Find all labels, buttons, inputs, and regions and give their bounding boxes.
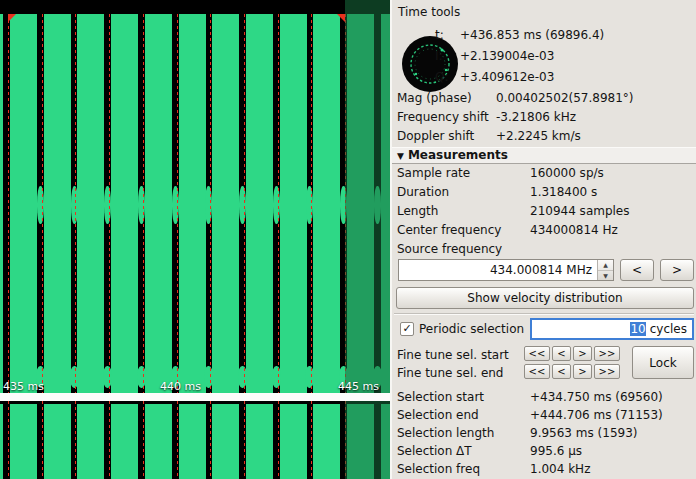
measurement-row: Sample rate160000 sp/s bbox=[392, 166, 696, 182]
selection-info-row: Selection freq1.004 kHz bbox=[392, 462, 696, 478]
measurement-label: Source frequency bbox=[397, 242, 502, 256]
selection-info-row: Selection ΔT995.6 µs bbox=[392, 444, 696, 460]
low-amplitude-blob bbox=[37, 186, 44, 224]
checkbox-check-icon: ✓ bbox=[401, 323, 413, 335]
plot-splitter-handle[interactable] bbox=[0, 393, 390, 401]
selection-tint-overlay bbox=[345, 401, 390, 479]
measurement-row: Length210944 samples bbox=[392, 204, 696, 220]
periodic-selection-label: Periodic selection bbox=[419, 322, 524, 336]
signal-burst bbox=[280, 404, 307, 479]
measurement-value: 1.318400 s bbox=[530, 185, 597, 199]
selection-info-value: +434.750 ms (69560) bbox=[530, 390, 663, 404]
spin-up-button[interactable]: ▲ bbox=[598, 260, 613, 271]
low-amplitude-blob bbox=[103, 366, 112, 388]
fine-tune-start-forward-button[interactable]: > bbox=[573, 346, 592, 361]
low-amplitude-blob bbox=[239, 186, 246, 224]
time-tools-panel: Time tools t:+436.853 ms (69896.4)I:+2.1… bbox=[390, 0, 696, 479]
low-amplitude-blob bbox=[138, 186, 145, 224]
measurement-value: 210944 samples bbox=[530, 204, 630, 218]
low-amplitude-blob bbox=[70, 366, 79, 388]
frequency-value: 434.000814 MHz bbox=[399, 263, 597, 277]
signal-burst bbox=[44, 404, 71, 479]
amplitude-plot[interactable]: 435 ms440 ms445 ms bbox=[0, 0, 390, 393]
selection-info-label: Selection freq bbox=[397, 462, 480, 476]
signal-burst bbox=[313, 404, 340, 479]
iq-readout-value: +2.139004e-03 bbox=[460, 49, 554, 63]
fine-tune-end-fast-back-button[interactable]: << bbox=[524, 364, 550, 379]
selection-boundary-line bbox=[210, 14, 211, 393]
selection-info-value: 995.6 µs bbox=[530, 444, 582, 458]
signal-burst bbox=[246, 404, 273, 479]
signal-burst bbox=[145, 404, 172, 479]
signal-info-value: +2.2245 km/s bbox=[496, 129, 581, 143]
low-amplitude-blob bbox=[71, 186, 78, 224]
measurement-label: Duration bbox=[397, 185, 449, 199]
secondary-plot[interactable] bbox=[0, 401, 390, 479]
fine-tune-end-buttons: <<<>>> bbox=[524, 364, 620, 379]
fine-tune-end-forward-button[interactable]: > bbox=[573, 364, 592, 379]
selection-boundary-line bbox=[244, 401, 245, 479]
signal-info-row: Frequency shift-3.21806 kHz bbox=[392, 110, 696, 126]
measurements-section-header[interactable]: ▼Measurements bbox=[392, 147, 696, 164]
signal-burst bbox=[10, 14, 37, 393]
signal-info-label: Mag (phase) bbox=[397, 91, 472, 105]
selection-info-label: Selection ΔT bbox=[397, 444, 472, 458]
selection-info-value: +444.706 ms (71153) bbox=[530, 408, 663, 422]
selection-info-row: Selection length9.9563 ms (1593) bbox=[392, 426, 696, 442]
selection-boundary-line bbox=[210, 401, 211, 479]
measurements-title: Measurements bbox=[408, 148, 508, 162]
selection-boundary-line bbox=[109, 401, 110, 479]
measurement-row: Source frequency bbox=[392, 242, 696, 258]
collapse-arrow-icon: ▼ bbox=[397, 151, 404, 161]
fine-tune-start-back-button[interactable]: < bbox=[552, 346, 571, 361]
iq-readout-label: I: bbox=[435, 49, 443, 63]
signal-burst bbox=[111, 14, 138, 393]
spin-buttons: ▲ ▼ bbox=[597, 260, 613, 280]
selection-boundary-line bbox=[75, 14, 76, 393]
iq-readout-value: +3.409612e-03 bbox=[460, 70, 554, 84]
selection-boundary-line bbox=[8, 14, 9, 393]
low-amplitude-blob bbox=[238, 366, 247, 388]
iq-readout-row: I:+2.139004e-03 bbox=[392, 49, 696, 65]
show-velocity-distribution-button[interactable]: Show velocity distribution bbox=[396, 287, 694, 309]
selection-boundary-line bbox=[177, 401, 178, 479]
frequency-spinbox[interactable]: 434.000814 MHz ▲ ▼ bbox=[398, 259, 614, 281]
signal-info-row: Mag (phase)0.00402502(57.8981°) bbox=[392, 91, 696, 107]
selection-boundary-line bbox=[278, 401, 279, 479]
spin-down-button[interactable]: ▼ bbox=[598, 271, 613, 281]
signal-burst bbox=[44, 14, 71, 393]
selection-boundary-line bbox=[311, 14, 312, 393]
signal-info-value: 0.00402502(57.8981°) bbox=[496, 91, 634, 105]
next-button[interactable]: > bbox=[660, 259, 694, 281]
fine-tune-end-label: Fine tune sel. end bbox=[397, 366, 503, 380]
periodic-selection-checkbox[interactable]: ✓ bbox=[400, 322, 414, 336]
fine-tune-end-fast-forward-button[interactable]: >> bbox=[594, 364, 620, 379]
selection-boundary-line bbox=[8, 401, 9, 479]
selection-info-row: Selection end+444.706 ms (71153) bbox=[392, 408, 696, 424]
signal-burst bbox=[0, 14, 3, 393]
fine-tune-start-fast-forward-button[interactable]: >> bbox=[594, 346, 620, 361]
signal-burst bbox=[111, 404, 138, 479]
signal-burst bbox=[212, 404, 239, 479]
signal-burst bbox=[0, 404, 3, 479]
low-amplitude-blob bbox=[137, 366, 146, 388]
prev-button[interactable]: < bbox=[620, 259, 654, 281]
selection-info-value: 9.9563 ms (1593) bbox=[530, 426, 637, 440]
signal-burst bbox=[179, 14, 206, 393]
signal-info-row: Doppler shift+2.2245 km/s bbox=[392, 129, 696, 145]
lock-button[interactable]: Lock bbox=[632, 346, 694, 379]
iq-readout-row: Q:+3.409612e-03 bbox=[392, 70, 696, 86]
selection-info-value: 1.004 kHz bbox=[530, 462, 590, 476]
selection-info-label: Selection start bbox=[397, 390, 484, 404]
time-axis-label: 440 ms bbox=[160, 380, 201, 393]
signal-burst bbox=[212, 14, 239, 393]
fine-tune-start-label: Fine tune sel. start bbox=[397, 348, 509, 362]
signal-burst bbox=[77, 404, 104, 479]
selection-boundary-line bbox=[311, 401, 312, 479]
selection-boundary-line bbox=[42, 401, 43, 479]
low-amplitude-blob bbox=[272, 366, 281, 388]
fine-tune-end-back-button[interactable]: < bbox=[552, 364, 571, 379]
measurement-label: Sample rate bbox=[397, 166, 470, 180]
fine-tune-start-fast-back-button[interactable]: << bbox=[524, 346, 550, 361]
cycles-input[interactable]: 10 cycles bbox=[530, 318, 694, 340]
